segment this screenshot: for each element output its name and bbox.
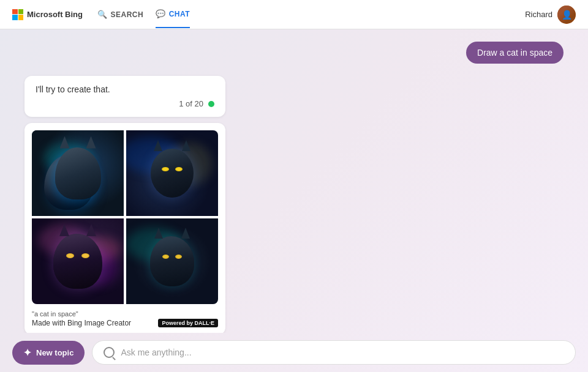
cat-silhouette-2 (126, 130, 218, 216)
search-nav-icon: 🔍 (97, 10, 108, 19)
cat-image-4[interactable] (126, 218, 218, 304)
main-nav: 🔍 SEARCH 💬 CHAT (97, 1, 525, 28)
user-message-bubble: Draw a cat in space (466, 42, 564, 64)
image-caption: "a cat in space" (32, 310, 218, 318)
user-area: Richard 👤 (525, 6, 576, 24)
cat-image-2[interactable] (126, 130, 218, 216)
count-row: 1 of 20 (36, 99, 214, 108)
dalle-badge: Powered by DALL·E (158, 319, 218, 327)
image-grid (32, 130, 218, 304)
chat-input-icon (104, 347, 115, 358)
credit-text: Made with Bing Image Creator (32, 319, 131, 327)
image-credit-row: Made with Bing Image Creator Powered by … (32, 319, 218, 327)
chat-input-placeholder: Ask me anything... (121, 348, 191, 357)
new-topic-button[interactable]: ✦ New topic (12, 341, 85, 365)
chat-area: Draw a cat in space I'll try to create t… (0, 29, 588, 333)
main-content: Draw a cat in space I'll try to create t… (0, 29, 588, 372)
logo-text: Microsoft Bing (27, 10, 83, 19)
logo-area[interactable]: Microsoft Bing (12, 9, 83, 20)
new-topic-label: New topic (36, 348, 74, 357)
user-name: Richard (525, 10, 552, 19)
cat-image-3[interactable] (32, 218, 124, 304)
cat-silhouette-1 (32, 130, 124, 216)
avatar[interactable]: 👤 (557, 6, 576, 24)
avatar-image: 👤 (557, 6, 576, 24)
bot-text-bubble: I'll try to create that. 1 of 20 (24, 76, 225, 117)
count-label: 1 of 20 (179, 99, 203, 108)
cat-silhouette-4 (126, 218, 218, 304)
cat-image-1[interactable] (32, 130, 124, 216)
chat-input-bar[interactable]: Ask me anything... (92, 340, 576, 365)
bot-response: I'll try to create that. 1 of 20 (24, 76, 225, 333)
image-card: "a cat in space" Made with Bing Image Cr… (24, 123, 225, 333)
header: Microsoft Bing 🔍 SEARCH 💬 CHAT Richard 👤 (0, 0, 588, 29)
status-dot (208, 101, 214, 107)
nav-search[interactable]: 🔍 SEARCH (97, 1, 143, 28)
bot-message-text: I'll try to create that. (36, 84, 214, 94)
bottom-bar: ✦ New topic Ask me anything... (0, 333, 588, 372)
new-topic-icon: ✦ (23, 347, 31, 359)
nav-chat[interactable]: 💬 CHAT (156, 1, 190, 28)
cat-silhouette-3 (32, 218, 124, 304)
chat-nav-icon: 💬 (156, 9, 166, 18)
microsoft-logo-icon (12, 9, 23, 20)
